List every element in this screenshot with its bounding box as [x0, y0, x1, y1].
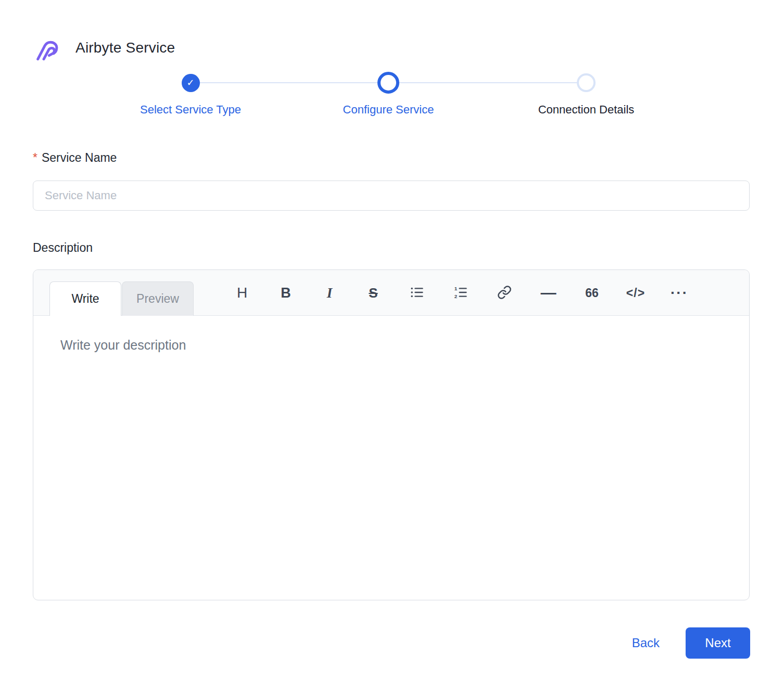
horizontal-rule-icon: — [541, 284, 556, 302]
strikethrough-button[interactable]: S [363, 279, 384, 306]
editor-header: Write Preview H B I S [33, 270, 749, 316]
header-icon: H [237, 285, 247, 301]
italic-button[interactable]: I [319, 279, 340, 306]
link-button[interactable] [494, 279, 515, 306]
quote-button[interactable]: 66 [581, 279, 602, 306]
bold-icon: B [281, 285, 291, 301]
unordered-list-icon [410, 285, 424, 301]
step-upcoming-circle [577, 73, 596, 92]
horizontal-rule-button[interactable]: — [538, 279, 559, 306]
required-asterisk: * [33, 151, 37, 164]
step-connection-details: Connection Details [487, 71, 685, 117]
airbyte-service-page: Airbyte Service ✓ Select Service Type Co… [0, 0, 784, 694]
app-header: Airbyte Service [33, 33, 175, 62]
description-label: Description [33, 241, 93, 255]
next-button[interactable]: Next [686, 627, 750, 659]
more-button[interactable]: ··· [669, 279, 690, 306]
quote-icon: 66 [585, 286, 599, 300]
step-configure-service: Configure Service [289, 71, 487, 117]
more-icon: ··· [671, 285, 688, 301]
italic-icon: I [327, 285, 333, 301]
form-actions: Back Next [632, 627, 750, 659]
editor-tabs: Write Preview [49, 281, 194, 316]
step-active-circle [377, 72, 399, 94]
editor-body [33, 316, 749, 600]
svg-text:2: 2 [454, 293, 458, 299]
airbyte-logo-icon [33, 33, 61, 62]
step-completed-circle: ✓ [182, 74, 200, 92]
tab-preview[interactable]: Preview [122, 281, 194, 316]
check-icon: ✓ [186, 77, 194, 88]
tab-write[interactable]: Write [49, 281, 121, 316]
description-textarea[interactable] [33, 316, 749, 600]
link-icon [497, 285, 512, 301]
header-button[interactable]: H [232, 279, 252, 306]
ordered-list-icon: 1 2 [453, 285, 468, 301]
service-name-label: *Service Name [33, 151, 117, 165]
step-label: Connection Details [538, 103, 635, 117]
code-button[interactable]: </> [625, 279, 646, 306]
code-icon: </> [626, 286, 645, 300]
description-editor: Write Preview H B I S [33, 269, 750, 600]
bold-button[interactable]: B [275, 279, 296, 306]
back-button[interactable]: Back [632, 636, 660, 650]
stepper: ✓ Select Service Type Configure Service … [92, 71, 685, 123]
unordered-list-button[interactable] [407, 279, 427, 306]
step-select-service-type: ✓ Select Service Type [92, 71, 289, 117]
step-label: Configure Service [343, 103, 434, 117]
service-name-label-text: Service Name [42, 151, 117, 164]
page-title: Airbyte Service [75, 40, 175, 56]
step-label: Select Service Type [140, 103, 241, 117]
svg-text:1: 1 [454, 286, 458, 291]
ordered-list-button[interactable]: 1 2 [450, 279, 471, 306]
strikethrough-icon: S [369, 285, 377, 301]
editor-toolbar: H B I S [232, 270, 690, 316]
service-name-input[interactable] [33, 181, 750, 211]
